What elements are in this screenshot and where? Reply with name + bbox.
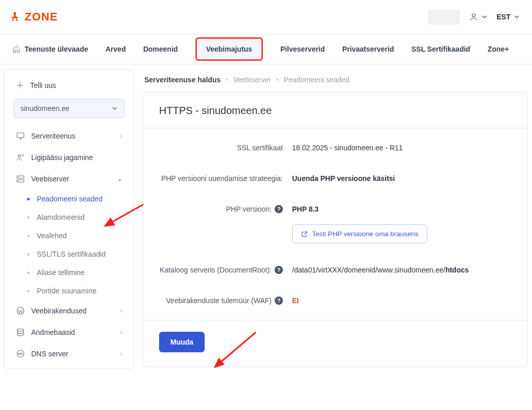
sidebar-sub-maindomain[interactable]: Peadomeeni seaded [5,190,134,208]
breadcrumb: Serveriteenuse haldus • Veebiserver • Pe… [144,76,528,84]
nav-label: Domeenid [143,45,178,53]
add-new-button[interactable]: Telli uus [5,77,134,99]
add-new-label: Telli uus [30,81,56,89]
external-link-icon [301,231,308,238]
sidebar-sub-ports[interactable]: Portide suunamine [5,282,134,300]
chevron-right-icon: › [120,307,122,314]
dns-icon: DNS [16,349,25,358]
breadcrumb-root[interactable]: Serveriteenuse haldus [144,76,220,84]
test-php-button[interactable]: Testi PHP versioone oma brauseris [292,224,427,243]
user-menu[interactable] [469,12,487,21]
bullet-icon [27,253,30,256]
svg-rect-2 [17,133,24,138]
nav-label: SSL Sertifikaadid [411,45,470,53]
nav-item-webhosting[interactable]: Veebimajutus [195,37,263,61]
chevron-down-icon: ⌄ [117,175,122,183]
svg-point-8 [18,180,19,181]
svg-point-7 [18,177,19,178]
sidebar-item-label: Andmebaasid [31,328,120,336]
user-share-icon [16,153,25,162]
value-php-version: PHP 8.3 [292,205,511,213]
sidebar-item-label: Veebirakendused [31,307,120,315]
nav-item-overview[interactable]: Teenuste ülevaade [12,45,88,53]
sidebar-item-label: Veebiserver [31,175,117,183]
chevron-right-icon: › [120,350,122,357]
bullet-icon [27,216,30,219]
label-php-version: PHP versioon: ? [159,205,292,213]
label-docroot: Kataloog serveris (DocumentRoot): ? [159,266,292,274]
main-nav: Teenuste ülevaade Arved Domeenid Veebima… [0,34,532,64]
chevron-right-icon: › [120,132,122,140]
edit-button-label: Muuda [170,338,193,346]
sidebar-sub-alias[interactable]: Aliase tellimine [5,263,134,282]
help-icon[interactable]: ? [275,266,283,274]
test-php-label: Testi PHP versioone oma brauseris [312,230,418,238]
nav-item-zoneplus[interactable]: Zone+ [487,45,509,53]
nav-item-invoices[interactable]: Arved [105,45,126,53]
bullet-icon [27,235,30,237]
breadcrumb-item[interactable]: Peadomeeni seaded [284,76,349,84]
domain-select-label: sinudomeen.ee [20,104,70,112]
help-icon[interactable]: ? [275,205,283,213]
database-icon [16,328,25,337]
bullet-icon [27,290,30,292]
sidebar-item-label: Ligipääsu jagamine [31,153,122,162]
settings-card: HTTPS - sinudomeen.ee SSL sertifikaat 18… [142,92,528,367]
sidebar-item-label: Serveriteenus [31,132,120,140]
nav-item-cloud[interactable]: Pilveserverid [280,45,325,53]
breadcrumb-sep: • [226,76,228,84]
sidebar-sub-label: Alamdomeenid [37,213,122,221]
nav-item-ssl[interactable]: SSL Sertifikaadid [411,45,470,53]
sidebar-sub-label: Portide suunamine [37,287,122,295]
label-php-strategy: PHP versiooni uuendamise strateegia: [159,174,292,183]
help-icon[interactable]: ? [275,297,283,305]
sidebar-sub-label: SSL/TLS sertifikaadid [37,250,122,258]
nav-item-domains[interactable]: Domeenid [143,45,178,53]
nav-label: Pilveserverid [280,45,325,53]
sidebar: Telli uus sinudomeen.ee Serveriteenus › … [4,70,134,369]
value-ssl: 18.02.2025 - sinudomeen.ee - R11 [292,144,511,152]
value-php-strategy: Uuenda PHP versioone käsitsi [292,174,511,183]
sidebar-sub-errorpages[interactable]: Vealehed [5,226,134,245]
sidebar-sub-sslcerts[interactable]: SSL/TLS sertifikaadid [5,245,134,263]
sidebar-item-webserver[interactable]: Veebiserver ⌄ [5,168,134,190]
chevron-right-icon: › [120,329,122,336]
monitor-icon [16,131,25,141]
language-label: EST [497,13,511,21]
nav-label: Zone+ [487,45,509,53]
value-waf: EI [292,297,299,305]
wordpress-icon [16,306,25,315]
label-ssl: SSL sertifikaat [159,144,292,152]
breadcrumb-item[interactable]: Veebiserver [233,76,271,84]
divider [143,128,527,128]
bullet-icon [27,271,30,274]
card-title: HTTPS - sinudomeen.ee [159,105,511,117]
svg-rect-5 [17,176,24,178]
chevron-down-icon [481,14,487,20]
nav-item-private[interactable]: Privaatserverid [342,45,394,53]
sidebar-item-databases[interactable]: Andmebaasid › [5,322,134,343]
plus-icon [16,81,24,89]
sidebar-item-access[interactable]: Ligipääsu jagamine [5,147,134,168]
value-docroot: /data01/virtXXX/domeenid/www.sinudomeen.… [292,266,511,274]
sidebar-sub-label: Aliase tellimine [37,268,122,277]
language-selector[interactable]: EST [497,13,520,21]
svg-point-1 [472,14,475,17]
brand-name: zone [25,10,58,24]
account-pill[interactable] [428,9,460,25]
breadcrumb-sep: • [276,76,279,84]
sidebar-item-webapps[interactable]: Veebirakendused › [5,300,134,322]
brand-logo[interactable]: zone [9,10,58,24]
server-icon [16,174,25,184]
sidebar-item-dns[interactable]: DNS DNS server › [5,343,134,365]
zone-logo-icon [9,11,20,22]
bullet-icon [27,198,30,200]
nav-label: Veebimajutus [206,45,252,53]
sidebar-sub-label: Vealehed [37,232,122,240]
content: Serveriteenuse haldus • Veebiserver • Pe… [142,70,528,369]
domain-select[interactable]: sinudomeen.ee [14,99,124,118]
label-waf: Veebirakenduste tulemüür (WAF) ? [159,297,292,305]
edit-button[interactable]: Muuda [159,332,205,352]
sidebar-item-service[interactable]: Serveriteenus › [5,125,134,147]
sidebar-sub-subdomains[interactable]: Alamdomeenid [5,208,134,226]
